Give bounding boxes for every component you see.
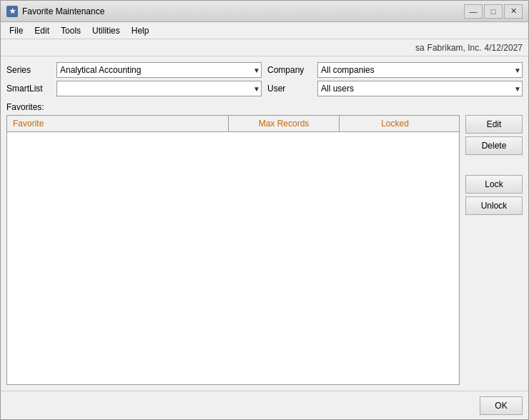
company-select[interactable]: All companies (317, 62, 523, 78)
content-area: Series Analytical Accounting ▼ Company A… (1, 56, 528, 391)
window-controls: — □ ✕ (464, 4, 523, 19)
table-body[interactable] (7, 132, 459, 384)
button-spacer (465, 158, 523, 172)
current-user: sa (415, 43, 425, 53)
col-header-locked: Locked (340, 116, 450, 131)
user-group: User All users ▼ (267, 81, 523, 96)
unlock-button[interactable]: Unlock (465, 196, 523, 215)
menu-utilities[interactable]: Utilities (86, 24, 126, 38)
company-label: Company (267, 65, 317, 75)
bottom-bar: OK (1, 391, 528, 419)
ok-button[interactable]: OK (480, 396, 523, 415)
main-window: ★ Favorite Maintenance — □ ✕ File Edit T… (0, 0, 529, 420)
main-area: Favorite Max Records Locked Edit Delete … (6, 115, 523, 385)
minimize-button[interactable]: — (464, 4, 483, 19)
user-select[interactable]: All users (317, 81, 523, 96)
menu-file[interactable]: File (4, 24, 29, 38)
company-name: Fabrikam, Inc. (427, 43, 482, 53)
user-label: User (267, 84, 317, 94)
window-title: Favorite Maintenance (22, 6, 464, 16)
table-header: Favorite Max Records Locked (7, 116, 459, 132)
smartlist-select[interactable] (56, 81, 262, 96)
company-select-wrapper: All companies ▼ (317, 62, 523, 78)
menu-edit[interactable]: Edit (29, 24, 55, 38)
company-group: Company All companies ▼ (267, 62, 523, 78)
menu-tools[interactable]: Tools (55, 24, 86, 38)
col-header-favorite: Favorite (7, 116, 229, 131)
menu-help[interactable]: Help (126, 24, 155, 38)
close-button[interactable]: ✕ (504, 4, 523, 19)
series-group: Series Analytical Accounting ▼ (6, 62, 262, 78)
smartlist-group: SmartList ▼ (6, 81, 262, 96)
edit-button[interactable]: Edit (465, 115, 523, 134)
col-header-maxrecords: Max Records (229, 116, 340, 131)
series-select[interactable]: Analytical Accounting (56, 62, 262, 78)
favorites-table: Favorite Max Records Locked (6, 115, 460, 385)
buttons-column: Edit Delete Lock Unlock (465, 115, 523, 385)
maximize-button[interactable]: □ (484, 4, 503, 19)
series-label: Series (6, 65, 56, 75)
delete-button[interactable]: Delete (465, 136, 523, 155)
series-select-wrapper: Analytical Accounting ▼ (56, 62, 262, 78)
smartlist-label: SmartList (6, 84, 56, 94)
form-section: Series Analytical Accounting ▼ Company A… (6, 62, 523, 96)
favorites-label: Favorites: (6, 102, 523, 112)
app-icon: ★ (6, 6, 18, 17)
menu-bar: File Edit Tools Utilities Help (1, 22, 528, 39)
title-bar: ★ Favorite Maintenance — □ ✕ (1, 1, 528, 22)
user-select-wrapper: All users ▼ (317, 81, 523, 96)
lock-button[interactable]: Lock (465, 175, 523, 194)
info-bar: sa Fabrikam, Inc. 4/12/2027 (1, 39, 528, 56)
current-date: 4/12/2027 (485, 43, 523, 53)
smartlist-select-wrapper: ▼ (56, 81, 262, 96)
